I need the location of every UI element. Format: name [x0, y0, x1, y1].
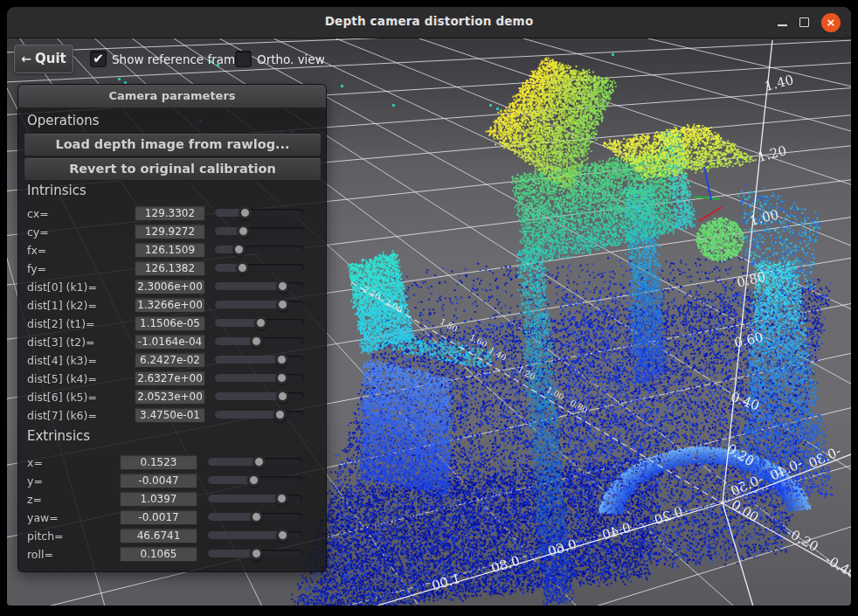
param-slider[interactable]: [208, 550, 302, 557]
param-value-field[interactable]: 0.1065: [120, 546, 197, 562]
section-intrinsics: Intrinsics: [27, 183, 86, 198]
param-label: fy=: [27, 262, 46, 275]
param-value-field[interactable]: -0.0047: [120, 473, 197, 488]
param-value-field[interactable]: 0.1523: [120, 454, 197, 470]
left-arrow-icon: ←: [21, 52, 31, 66]
param-label: roll=: [27, 548, 53, 561]
param-slider[interactable]: [215, 319, 304, 327]
slider-knob[interactable]: [276, 390, 289, 403]
param-slider[interactable]: [215, 374, 304, 382]
slider-knob[interactable]: [237, 225, 250, 238]
param-value-field[interactable]: 3.4750e-01: [135, 407, 205, 423]
slider-knob[interactable]: [276, 280, 289, 293]
param-label: dist[1] (k2)=: [27, 299, 97, 312]
check-icon: ✔: [93, 51, 104, 66]
param-slider[interactable]: [215, 411, 304, 419]
slider-knob[interactable]: [232, 243, 246, 256]
close-icon[interactable]: ×: [821, 13, 841, 32]
param-row: cx=129.3302: [18, 205, 326, 223]
param-value-field[interactable]: 126.1509: [135, 242, 205, 258]
param-value-field[interactable]: 1.0397: [120, 491, 197, 507]
param-value-field[interactable]: 2.3006e+00: [135, 279, 205, 294]
checkbox-show-reference-frame[interactable]: ✔: [90, 51, 107, 67]
param-value-field[interactable]: 1.3266e+00: [135, 297, 205, 313]
param-row: fx=126.1509: [18, 242, 326, 260]
param-slider[interactable]: [208, 513, 302, 521]
axis-tick-label: -0.50: [729, 471, 765, 500]
axis-tick-label: 0.80: [736, 269, 768, 291]
slider-knob[interactable]: [254, 316, 267, 329]
slider-knob[interactable]: [250, 510, 263, 523]
param-slider[interactable]: [215, 209, 304, 217]
revert-calibration-button[interactable]: Revert to original calibration: [24, 157, 322, 181]
slider-knob[interactable]: [275, 371, 288, 384]
minimize-icon[interactable]: [778, 24, 787, 26]
panel-title[interactable]: Camera parameters: [18, 85, 326, 108]
param-slider[interactable]: [208, 495, 302, 502]
param-value-field[interactable]: 46.6741: [120, 528, 197, 543]
maximize-icon[interactable]: [799, 17, 809, 27]
param-slider[interactable]: [208, 476, 302, 484]
axis-tick-label: 0.80: [489, 553, 522, 577]
param-value-field[interactable]: 2.6327e+00: [135, 370, 205, 386]
param-label: cx=: [27, 207, 49, 220]
param-row: dist[6] (k5)=2.0523e+00: [18, 389, 326, 406]
slider-knob[interactable]: [250, 547, 263, 560]
param-row: y=-0.0047: [18, 473, 326, 490]
title-bar[interactable]: Depth camera distortion demo ×: [7, 7, 851, 38]
param-label: yaw=: [27, 511, 59, 524]
checkbox-ortho-view[interactable]: [235, 51, 252, 67]
depth-axis-tick-label: 0.80: [569, 398, 590, 415]
param-slider[interactable]: [215, 282, 304, 290]
param-slider[interactable]: [215, 337, 304, 345]
param-slider[interactable]: [215, 227, 304, 235]
param-value-field[interactable]: 129.3302: [135, 205, 205, 221]
param-value-field[interactable]: 6.2427e-02: [135, 352, 205, 368]
toolbar: ←Quit ✔ Show reference frame Ortho. view: [7, 38, 339, 78]
axis-tick-label: 1.40: [763, 72, 795, 94]
slider-knob[interactable]: [239, 206, 252, 219]
param-row: roll=0.1065: [18, 546, 326, 564]
app-window: Depth camera distortion demo × 1.401.201…: [7, 7, 851, 606]
axis-tick-label: 0.20: [653, 503, 686, 528]
axis-tick-label: 0.40: [600, 520, 633, 543]
param-label: dist[2] (t1)=: [27, 317, 95, 330]
param-slider[interactable]: [208, 531, 302, 539]
slider-knob[interactable]: [236, 261, 249, 274]
slider-knob[interactable]: [247, 474, 260, 487]
param-slider[interactable]: [215, 246, 304, 253]
param-value-field[interactable]: -0.0017: [120, 509, 197, 525]
section-extrinsics: Extrinsics: [27, 428, 90, 444]
param-value-field[interactable]: 2.0523e+00: [135, 389, 205, 405]
slider-knob[interactable]: [275, 353, 288, 366]
param-value-field[interactable]: 129.9272: [135, 224, 205, 239]
axis-tick-label: 1.00: [430, 571, 462, 594]
depth-axis-tick-label: 1.80: [439, 316, 460, 334]
axis-tick-label: 0.60: [733, 329, 765, 351]
slider-knob[interactable]: [250, 335, 263, 348]
slider-knob[interactable]: [273, 408, 287, 421]
axis-tick-label: 0.60: [546, 536, 578, 560]
slider-knob[interactable]: [276, 529, 289, 542]
checkbox-label-ortho-view: Ortho. view: [257, 52, 325, 66]
load-depth-image-button[interactable]: Load depth image from rawlog...: [24, 133, 322, 156]
slider-knob[interactable]: [275, 492, 288, 505]
axis-tick-label: 0.00: [729, 496, 762, 525]
param-row: z=1.0397: [18, 491, 326, 509]
param-slider[interactable]: [215, 264, 304, 272]
param-value-field[interactable]: 126.1382: [135, 260, 205, 276]
quit-button[interactable]: ←Quit: [14, 45, 73, 73]
param-value-field[interactable]: -1.0164e-04: [135, 334, 205, 350]
param-row: x=0.1523: [18, 454, 326, 472]
param-slider[interactable]: [215, 356, 304, 363]
param-slider[interactable]: [208, 458, 302, 466]
axis-tick-label: 1.00: [748, 206, 780, 229]
param-slider[interactable]: [215, 301, 304, 308]
slider-knob[interactable]: [253, 455, 266, 468]
param-slider[interactable]: [215, 392, 304, 400]
axis-tick-label: 0.40: [729, 389, 762, 413]
param-value-field[interactable]: 1.1506e-05: [135, 315, 205, 331]
param-row: cy=129.9272: [18, 224, 326, 241]
param-label: pitch=: [27, 529, 64, 543]
slider-knob[interactable]: [276, 298, 289, 311]
